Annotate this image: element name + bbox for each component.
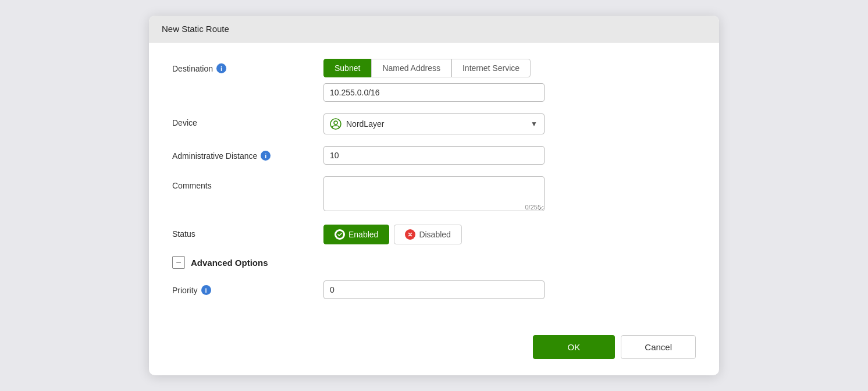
internet-service-tab[interactable]: Internet Service [451, 59, 531, 77]
disabled-label: Disabled [419, 230, 450, 239]
priority-info-icon[interactable]: i [201, 285, 211, 295]
device-select[interactable]: NordLayer [323, 113, 545, 134]
char-count: 0/255 [525, 204, 541, 211]
status-row: Status Enabled [172, 225, 696, 244]
device-label: Device [172, 113, 323, 127]
named-address-tab[interactable]: Named Address [371, 59, 451, 77]
subnet-tab[interactable]: Subnet [323, 59, 371, 77]
advanced-options-collapse-button[interactable]: − [172, 256, 185, 269]
svg-point-1 [334, 121, 337, 125]
svg-point-0 [330, 119, 341, 129]
status-label: Status [172, 225, 323, 239]
device-row: Device NordLayer ▼ [172, 113, 696, 134]
priority-input[interactable] [323, 280, 545, 299]
comments-wrap: 0/255 [323, 176, 545, 213]
status-disabled-button[interactable]: Disabled [394, 225, 461, 244]
priority-label: Priority i [172, 280, 323, 295]
new-static-route-dialog: New Static Route Destination i Subnet Na… [149, 16, 719, 375]
destination-input[interactable] [323, 83, 545, 102]
destination-row: Destination i Subnet Named Address Inter… [172, 59, 696, 102]
disabled-icon [405, 229, 415, 240]
device-control: NordLayer ▼ [323, 113, 696, 134]
nordlayer-icon [330, 118, 341, 130]
device-value: NordLayer [346, 119, 384, 129]
cancel-button[interactable]: Cancel [621, 335, 696, 359]
priority-row: Priority i [172, 280, 696, 299]
status-toggle-group: Enabled Disabled [323, 225, 696, 244]
destination-label: Destination i [172, 59, 323, 73]
advanced-options-label: Advanced Options [191, 258, 268, 268]
admin-distance-control [323, 146, 696, 165]
dialog-body: Destination i Subnet Named Address Inter… [149, 42, 719, 327]
status-enabled-button[interactable]: Enabled [323, 225, 389, 244]
enabled-label: Enabled [348, 230, 378, 239]
destination-control: Subnet Named Address Internet Service [323, 59, 696, 102]
admin-distance-input[interactable] [323, 146, 545, 165]
dialog-footer: OK Cancel [149, 327, 719, 375]
dialog-title: New Static Route [162, 24, 229, 34]
comments-label: Comments [172, 176, 323, 190]
enabled-icon [335, 229, 345, 240]
status-control: Enabled Disabled [323, 225, 696, 244]
comments-textarea[interactable] [323, 176, 545, 211]
advanced-options-row: − Advanced Options [172, 256, 696, 269]
comments-row: Comments 0/255 [172, 176, 696, 213]
ok-button[interactable]: OK [533, 335, 616, 359]
comments-control: 0/255 [323, 176, 696, 213]
destination-info-icon[interactable]: i [216, 63, 226, 73]
destination-toggle-group: Subnet Named Address Internet Service [323, 59, 696, 77]
priority-control [323, 280, 696, 299]
admin-distance-row: Administrative Distance i [172, 146, 696, 165]
admin-distance-label: Administrative Distance i [172, 146, 323, 161]
dialog-title-bar: New Static Route [149, 16, 719, 42]
device-select-wrap: NordLayer ▼ [323, 113, 545, 134]
admin-distance-info-icon[interactable]: i [261, 151, 271, 161]
